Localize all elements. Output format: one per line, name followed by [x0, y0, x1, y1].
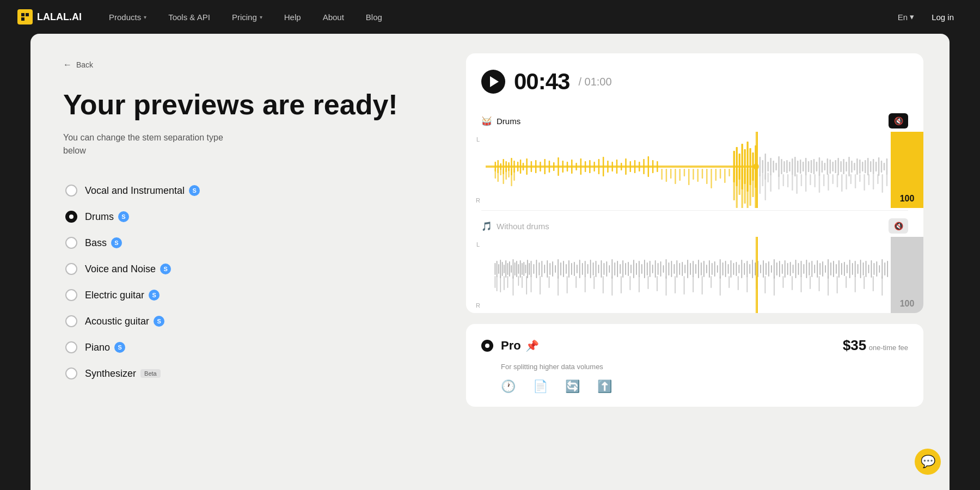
language-selector[interactable]: En ▾ — [898, 12, 914, 22]
svg-rect-150 — [823, 174, 824, 186]
svg-rect-42 — [648, 156, 649, 177]
svg-rect-213 — [601, 260, 602, 278]
svg-rect-325 — [513, 276, 514, 296]
beta-badge: Beta — [140, 369, 161, 378]
svg-rect-135 — [759, 174, 761, 194]
svg-rect-289 — [806, 260, 807, 278]
without-drums-waveform-area[interactable] — [486, 237, 891, 313]
svg-rect-121 — [851, 161, 852, 173]
option-voice-noise[interactable]: Voice and Noise S — [63, 258, 422, 280]
svg-rect-193 — [547, 260, 548, 278]
svg-rect-176 — [511, 265, 512, 273]
option-piano[interactable]: Piano S — [63, 336, 422, 359]
nav-item-blog[interactable]: Blog — [356, 8, 392, 26]
drums-waveform-area[interactable] — [486, 132, 891, 208]
play-button[interactable] — [481, 70, 505, 94]
svg-rect-138 — [767, 173, 768, 182]
option-vocal-instrumental[interactable]: Vocal and Instrumental S — [63, 179, 422, 202]
drums-track: 🥁 Drums 🔇 L R — [481, 108, 908, 208]
svg-rect-201 — [568, 260, 569, 278]
time-current: 00:43 — [514, 69, 569, 95]
svg-rect-202 — [571, 263, 572, 275]
svg-rect-352 — [738, 276, 739, 290]
svg-rect-194 — [549, 263, 550, 275]
nav-help-label: Help — [284, 13, 301, 22]
pro-radio[interactable] — [481, 340, 493, 352]
nav-tools-label: Tools & API — [168, 13, 210, 22]
svg-rect-330 — [540, 276, 541, 295]
option-drums[interactable]: Drums S — [63, 205, 422, 228]
svg-rect-113 — [830, 160, 831, 174]
nav-blog-label: Blog — [366, 13, 382, 22]
svg-rect-96 — [783, 161, 785, 172]
svg-rect-196 — [555, 265, 556, 273]
svg-rect-31 — [598, 159, 599, 174]
svg-rect-187 — [531, 261, 532, 277]
pro-title: Pro 📌 — [501, 339, 539, 353]
svg-rect-288 — [804, 264, 805, 274]
option-label-vocal: Vocal and Instrumental S — [85, 185, 200, 197]
svg-rect-321 — [497, 276, 498, 291]
option-synthesizer[interactable]: Synthesizer Beta — [63, 362, 422, 385]
drums-mute-button[interactable]: 🔇 — [889, 113, 908, 128]
svg-rect-1 — [26, 13, 29, 16]
svg-rect-278 — [776, 262, 777, 275]
badge-piano: S — [114, 342, 125, 353]
without-drums-header: 🎵 Without drums 🔇 — [481, 213, 908, 237]
back-button[interactable]: ← Back — [63, 60, 422, 70]
svg-rect-326 — [518, 276, 519, 286]
svg-rect-359 — [801, 276, 802, 292]
option-bass[interactable]: Bass S — [63, 231, 422, 254]
drums-volume[interactable]: 100 — [891, 132, 923, 208]
option-label-electric: Electric guitar S — [85, 290, 160, 301]
svg-rect-142 — [787, 174, 788, 187]
pro-feature-time: 🕐 — [501, 379, 516, 394]
svg-rect-362 — [828, 276, 829, 296]
svg-rect-44 — [657, 161, 658, 172]
back-arrow-icon: ← — [63, 60, 72, 70]
svg-rect-336 — [593, 276, 595, 289]
svg-rect-147 — [810, 174, 811, 185]
logo[interactable]: LALAL.AI — [17, 9, 82, 24]
svg-rect-128 — [870, 161, 871, 172]
without-drums-icon: 🎵 — [481, 221, 492, 231]
svg-rect-79 — [736, 169, 738, 208]
svg-rect-119 — [846, 162, 847, 171]
chevron-down-icon-pricing: ▾ — [260, 14, 262, 20]
nav-item-pricing[interactable]: Pricing ▾ — [222, 8, 272, 26]
svg-rect-172 — [504, 265, 505, 273]
page-title: Your previews are ready! — [63, 89, 422, 120]
svg-rect-296 — [825, 265, 826, 273]
svg-rect-314 — [874, 263, 875, 275]
svg-rect-282 — [787, 263, 788, 275]
svg-rect-243 — [682, 262, 683, 276]
without-drums-volume[interactable]: 100 — [891, 237, 923, 313]
svg-rect-206 — [582, 263, 583, 275]
waveform-labels-without-drums: L R — [466, 237, 486, 313]
svg-rect-367 — [873, 276, 874, 291]
svg-rect-214 — [604, 263, 605, 275]
svg-rect-39 — [634, 160, 635, 173]
svg-rect-318 — [884, 262, 885, 275]
badge-vocal: S — [189, 185, 200, 196]
svg-rect-32 — [603, 157, 604, 176]
svg-rect-99 — [792, 158, 793, 175]
without-drums-mute-button[interactable]: 🔇 — [889, 218, 908, 234]
nav-item-help[interactable]: Help — [274, 8, 311, 26]
nav-item-about[interactable]: About — [313, 8, 354, 26]
svg-rect-37 — [625, 158, 626, 175]
svg-rect-164 — [886, 174, 887, 186]
svg-rect-59 — [508, 169, 509, 177]
nav-item-tools[interactable]: Tools & API — [158, 8, 220, 26]
login-button[interactable]: Log in — [923, 8, 963, 26]
nav-item-products[interactable]: Products ▾ — [99, 8, 156, 26]
svg-rect-246 — [690, 263, 691, 275]
svg-rect-256 — [717, 265, 718, 273]
svg-rect-107 — [813, 159, 814, 174]
option-acoustic-guitar[interactable]: Acoustic guitar S — [63, 310, 422, 333]
svg-rect-268 — [749, 264, 750, 274]
chat-bubble-button[interactable]: 💬 — [915, 449, 941, 475]
option-electric-guitar[interactable]: Electric guitar S — [63, 284, 422, 307]
svg-rect-234 — [658, 263, 659, 275]
svg-rect-131 — [878, 157, 879, 176]
